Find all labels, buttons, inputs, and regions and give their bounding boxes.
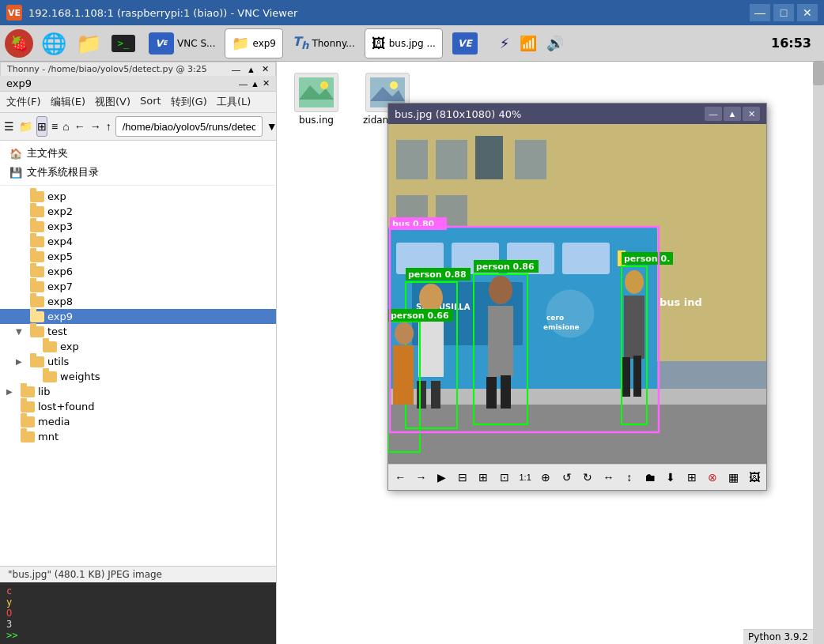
close-button[interactable]: ✕ [797,4,818,21]
menu-edit[interactable]: 编辑(E) [51,95,85,109]
fm-collapse[interactable]: — [239,77,248,89]
tree-item-exp9[interactable]: exp9 [0,309,276,324]
svg-rect-36 [501,375,511,409]
tree-item-exp3[interactable]: exp3 [0,219,276,234]
tree-item-exp4[interactable]: exp4 [0,234,276,249]
window-title: 192.168.1.108:1 (raspberrypi:1 (biao)) -… [28,7,743,19]
img-btn-slideshow[interactable]: ⊞ [682,467,701,488]
folder-icon [21,386,35,397]
raspberry-icon: 🍓 [5,29,33,58]
volume-icon[interactable]: 🔊 [543,35,567,51]
thonny-minimize[interactable]: — [232,65,240,74]
taskbar-rpi[interactable]: 🍓 [3,28,35,59]
iv-minimize[interactable]: — [705,107,722,121]
tree-item-test-exp[interactable]: exp [0,339,276,354]
img-btn-1to1[interactable]: 1:1 [516,467,535,488]
img-btn-zoom-in[interactable]: ⊞ [474,467,493,488]
minimize-button[interactable]: — [750,4,770,21]
img-btn-grid[interactable]: ▦ [724,467,743,488]
thonny-close[interactable]: ✕ [262,64,269,74]
img-btn-info[interactable]: 🖼 [745,467,764,488]
address-input[interactable] [115,116,263,137]
img-btn-rotate-ccw[interactable]: ↺ [558,467,576,488]
taskbar-app-busjpg[interactable]: 🖼 bus.jpg ... [365,28,443,58]
menu-tools[interactable]: 工具(L) [217,95,251,109]
wifi-icon[interactable]: 📶 [516,35,540,51]
iv-restore[interactable]: ▲ [724,107,741,121]
taskbar-app-exp9[interactable]: 📁 exp9 [225,28,283,58]
tree-item-test[interactable]: ▼ test [0,324,276,339]
file-item-busing[interactable]: bus.ing [285,70,348,129]
taskbar-app-ve2[interactable]: VE [446,28,493,58]
bookmark-home[interactable]: 🏠 主文件夹 [6,144,270,163]
iv-close[interactable]: ✕ [743,107,760,121]
tree-label: exp8 [47,296,73,307]
img-btn-forward[interactable]: → [411,467,430,488]
tree-item-exp7[interactable]: exp7 [0,279,276,294]
file-thumbnail-busing [294,73,338,112]
btn-home[interactable]: ⌂ [62,116,70,137]
bookmark-root[interactable]: 💾 文件系统根目录 [6,163,270,182]
menu-sort[interactable]: Sort [140,95,161,109]
tree-label: exp2 [47,205,73,217]
clock: 16:53 [762,36,821,51]
btn-new-folder[interactable]: 📁 [18,116,33,137]
fm-expand[interactable]: ▲ [251,77,259,89]
svg-text:emisione: emisione [543,323,580,331]
folder-icon [21,401,35,412]
tree-item-lib[interactable]: ▶ lib [0,384,276,399]
img-btn-zoom-custom[interactable]: ⊕ [536,467,555,488]
img-btn-back[interactable]: ← [391,467,410,488]
img-btn-fit[interactable]: ⊡ [495,467,514,488]
tree-item-weights[interactable]: weights [0,369,276,384]
menu-file[interactable]: 文件(F) [6,95,41,109]
console-line3: O [6,608,270,619]
main-area: Thonny - /home/biao/yolov5/detect.py @ 3… [0,62,824,644]
tree-label: exp3 [47,220,73,232]
right-scrollbar[interactable] [813,62,824,644]
btn-list-view[interactable]: ≡ [51,116,59,137]
title-bar: VE 192.168.1.108:1 (raspberrypi:1 (biao)… [0,0,824,25]
tree-item-exp6[interactable]: exp6 [0,264,276,279]
btn-icon-view[interactable]: ☰ [3,116,15,137]
img-btn-save[interactable]: ⬇ [661,467,680,488]
image-thumbnail-svg [299,77,334,107]
bluetooth-icon[interactable]: ⚡ [497,35,513,51]
btn-forward[interactable]: → [89,116,102,137]
tree-item-exp5[interactable]: exp5 [0,249,276,264]
img-btn-zoom-out[interactable]: ⊟ [453,467,472,488]
tree-label: test [47,326,67,337]
taskbar-folder[interactable]: 📁 [73,28,104,59]
taskbar-terminal[interactable]: >_ [108,28,139,59]
img-btn-flip-v[interactable]: ↕ [620,467,639,488]
tree-item-exp2[interactable]: exp2 [0,204,276,219]
menu-view[interactable]: 视图(V) [95,95,130,109]
btn-back[interactable]: ← [74,116,86,137]
taskbar-globe[interactable]: 🌐 [38,28,70,59]
folder-icon [30,326,44,337]
tree-item-utils[interactable]: ▶ utils [0,354,276,369]
window-controls: — □ ✕ [750,4,818,21]
tree-item-exp[interactable]: exp [0,189,276,204]
tree-item-lostfound[interactable]: lost+found [0,399,276,414]
image-viewer-titlebar: bus.jpg (810x1080) 40% — ▲ ✕ [388,104,766,124]
fm-close[interactable]: ✕ [263,77,270,89]
menu-goto[interactable]: 转到(G) [171,95,207,109]
fm-toolbar: ☰ 📁 ⊞ ≡ ⌂ ← → ↑ ▼ [0,113,276,141]
svg-rect-39 [624,296,644,359]
thonny-expand[interactable]: ▲ [247,65,255,74]
img-btn-open[interactable]: 🖿 [641,467,660,488]
tree-item-exp8[interactable]: exp8 [0,294,276,309]
btn-up[interactable]: ↑ [105,116,112,137]
img-btn-rotate-cw[interactable]: ↻ [578,467,597,488]
svg-point-5 [390,81,398,89]
img-btn-flip-h[interactable]: ↔ [599,467,618,488]
tree-item-mnt[interactable]: mnt [0,429,276,444]
img-btn-play[interactable]: ▶ [433,467,452,488]
tree-item-media[interactable]: media [0,414,276,429]
taskbar-app-thonny[interactable]: Th Thonny... [286,28,361,58]
restore-button[interactable]: □ [773,4,794,21]
taskbar-app-ve1[interactable]: VE VNC S... [142,28,221,58]
btn-grid-view[interactable]: ⊞ [36,116,47,137]
img-btn-delete[interactable]: ⊗ [703,467,722,488]
